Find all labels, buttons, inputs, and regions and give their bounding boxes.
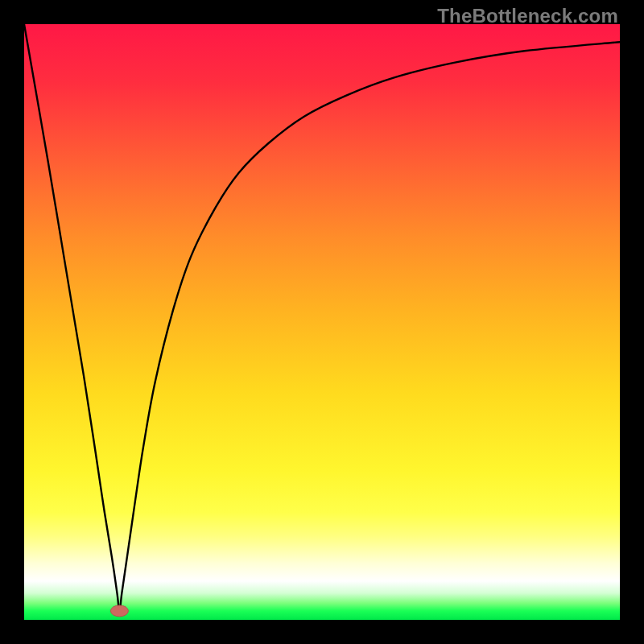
chart-frame: TheBottleneck.com	[0, 0, 644, 644]
plot-area	[24, 24, 620, 620]
bottleneck-curve	[24, 24, 620, 611]
optimal-marker	[110, 605, 128, 617]
curve-layer	[24, 24, 620, 620]
